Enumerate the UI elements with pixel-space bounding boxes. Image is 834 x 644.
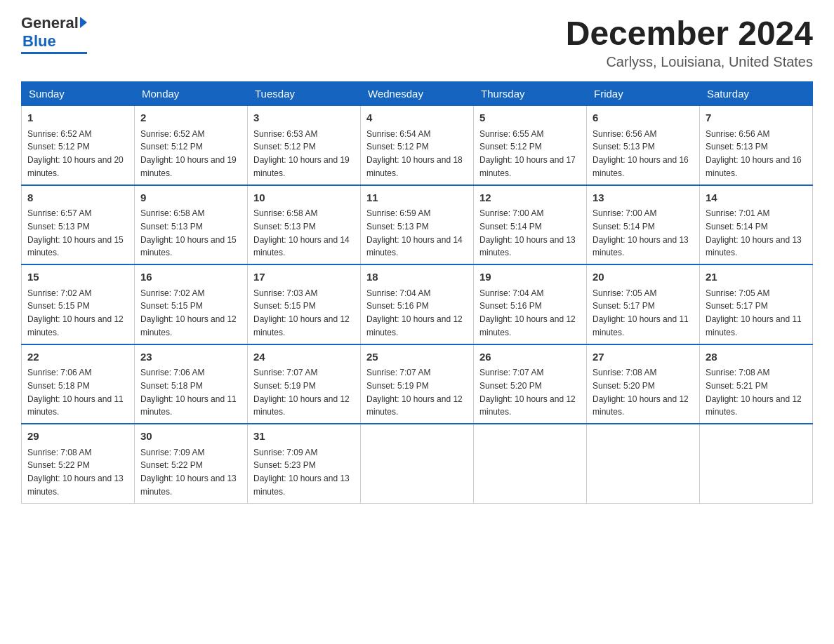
day-info: Sunrise: 6:58 AMSunset: 5:13 PMDaylight:… xyxy=(140,208,237,257)
day-info: Sunrise: 7:02 AMSunset: 5:15 PMDaylight:… xyxy=(27,288,124,337)
calendar-cell: 13Sunrise: 7:00 AMSunset: 5:14 PMDayligh… xyxy=(587,185,700,265)
day-number: 24 xyxy=(253,349,355,365)
day-number: 3 xyxy=(253,110,355,126)
day-number: 10 xyxy=(253,190,355,206)
calendar-cell: 27Sunrise: 7:08 AMSunset: 5:20 PMDayligh… xyxy=(587,344,700,424)
calendar-cell: 6Sunrise: 6:56 AMSunset: 5:13 PMDaylight… xyxy=(587,106,700,185)
calendar-cell: 24Sunrise: 7:07 AMSunset: 5:19 PMDayligh… xyxy=(248,344,361,424)
month-year-title: December 2024 xyxy=(566,14,813,53)
day-info: Sunrise: 7:04 AMSunset: 5:16 PMDaylight:… xyxy=(479,288,576,337)
header-wednesday: Wednesday xyxy=(361,82,474,106)
day-number: 2 xyxy=(140,110,241,126)
calendar-cell: 1Sunrise: 6:52 AMSunset: 5:12 PMDaylight… xyxy=(22,106,135,185)
day-number: 11 xyxy=(366,190,468,206)
calendar-week-row: 15Sunrise: 7:02 AMSunset: 5:15 PMDayligh… xyxy=(22,264,813,344)
logo-general-text: General xyxy=(21,14,79,32)
calendar-cell: 8Sunrise: 6:57 AMSunset: 5:13 PMDaylight… xyxy=(22,185,135,265)
calendar-cell: 14Sunrise: 7:01 AMSunset: 5:14 PMDayligh… xyxy=(700,185,813,265)
calendar-cell: 31Sunrise: 7:09 AMSunset: 5:23 PMDayligh… xyxy=(248,424,361,503)
calendar-cell: 7Sunrise: 6:56 AMSunset: 5:13 PMDaylight… xyxy=(700,106,813,185)
day-number: 16 xyxy=(140,269,241,286)
day-number: 1 xyxy=(27,110,128,126)
calendar-cell xyxy=(587,424,700,503)
calendar-week-row: 1Sunrise: 6:52 AMSunset: 5:12 PMDaylight… xyxy=(22,106,813,185)
day-number: 27 xyxy=(593,349,694,365)
day-info: Sunrise: 7:07 AMSunset: 5:19 PMDaylight:… xyxy=(366,368,463,417)
calendar-cell: 21Sunrise: 7:05 AMSunset: 5:17 PMDayligh… xyxy=(700,264,813,344)
day-number: 7 xyxy=(706,110,807,126)
day-number: 31 xyxy=(253,429,355,445)
day-number: 13 xyxy=(593,190,694,206)
location-subtitle: Carlyss, Louisiana, United States xyxy=(566,54,813,70)
calendar-cell: 16Sunrise: 7:02 AMSunset: 5:15 PMDayligh… xyxy=(135,264,248,344)
calendar-cell: 22Sunrise: 7:06 AMSunset: 5:18 PMDayligh… xyxy=(22,344,135,424)
day-info: Sunrise: 7:03 AMSunset: 5:15 PMDaylight:… xyxy=(253,288,350,337)
day-info: Sunrise: 7:04 AMSunset: 5:16 PMDaylight:… xyxy=(366,288,463,337)
day-number: 28 xyxy=(706,349,807,365)
calendar-header-row: SundayMondayTuesdayWednesdayThursdayFrid… xyxy=(22,82,813,106)
calendar-week-row: 8Sunrise: 6:57 AMSunset: 5:13 PMDaylight… xyxy=(22,185,813,265)
calendar-cell: 20Sunrise: 7:05 AMSunset: 5:17 PMDayligh… xyxy=(587,264,700,344)
calendar-cell: 15Sunrise: 7:02 AMSunset: 5:15 PMDayligh… xyxy=(22,264,135,344)
day-info: Sunrise: 7:05 AMSunset: 5:17 PMDaylight:… xyxy=(706,288,802,337)
day-info: Sunrise: 7:08 AMSunset: 5:21 PMDaylight:… xyxy=(706,368,802,417)
day-info: Sunrise: 7:08 AMSunset: 5:20 PMDaylight:… xyxy=(593,368,689,417)
day-number: 23 xyxy=(140,349,241,365)
day-info: Sunrise: 6:57 AMSunset: 5:13 PMDaylight:… xyxy=(27,208,124,257)
day-info: Sunrise: 6:56 AMSunset: 5:13 PMDaylight:… xyxy=(593,129,689,178)
day-info: Sunrise: 7:00 AMSunset: 5:14 PMDaylight:… xyxy=(479,208,576,257)
calendar-cell: 12Sunrise: 7:00 AMSunset: 5:14 PMDayligh… xyxy=(474,185,587,265)
calendar-cell xyxy=(700,424,813,503)
day-info: Sunrise: 6:52 AMSunset: 5:12 PMDaylight:… xyxy=(140,129,237,178)
day-info: Sunrise: 6:52 AMSunset: 5:12 PMDaylight:… xyxy=(27,129,124,178)
day-info: Sunrise: 7:01 AMSunset: 5:14 PMDaylight:… xyxy=(706,208,802,257)
day-number: 9 xyxy=(140,190,241,206)
calendar-cell: 10Sunrise: 6:58 AMSunset: 5:13 PMDayligh… xyxy=(248,185,361,265)
day-info: Sunrise: 6:55 AMSunset: 5:12 PMDaylight:… xyxy=(479,129,576,178)
day-number: 21 xyxy=(706,269,807,286)
calendar-cell: 28Sunrise: 7:08 AMSunset: 5:21 PMDayligh… xyxy=(700,344,813,424)
day-info: Sunrise: 7:06 AMSunset: 5:18 PMDaylight:… xyxy=(140,368,237,417)
calendar-cell: 19Sunrise: 7:04 AMSunset: 5:16 PMDayligh… xyxy=(474,264,587,344)
day-number: 30 xyxy=(140,429,241,445)
calendar-week-row: 29Sunrise: 7:08 AMSunset: 5:22 PMDayligh… xyxy=(22,424,813,503)
day-info: Sunrise: 7:05 AMSunset: 5:17 PMDaylight:… xyxy=(593,288,689,337)
day-number: 26 xyxy=(479,349,581,365)
header-friday: Friday xyxy=(587,82,700,106)
day-number: 17 xyxy=(253,269,355,286)
calendar-cell: 18Sunrise: 7:04 AMSunset: 5:16 PMDayligh… xyxy=(361,264,474,344)
calendar-week-row: 22Sunrise: 7:06 AMSunset: 5:18 PMDayligh… xyxy=(22,344,813,424)
calendar-cell: 9Sunrise: 6:58 AMSunset: 5:13 PMDaylight… xyxy=(135,185,248,265)
day-number: 25 xyxy=(366,349,468,365)
logo-underline xyxy=(21,52,87,54)
calendar-cell: 29Sunrise: 7:08 AMSunset: 5:22 PMDayligh… xyxy=(22,424,135,503)
header-monday: Monday xyxy=(135,82,248,106)
header-saturday: Saturday xyxy=(700,82,813,106)
title-area: December 2024 Carlyss, Louisiana, United… xyxy=(566,14,813,70)
page-header: General Blue December 2024 Carlyss, Loui… xyxy=(21,14,813,70)
logo: General Blue xyxy=(21,14,87,54)
day-info: Sunrise: 7:00 AMSunset: 5:14 PMDaylight:… xyxy=(593,208,689,257)
day-number: 15 xyxy=(27,269,128,286)
header-sunday: Sunday xyxy=(22,82,135,106)
calendar-cell xyxy=(361,424,474,503)
header-tuesday: Tuesday xyxy=(248,82,361,106)
calendar-cell: 5Sunrise: 6:55 AMSunset: 5:12 PMDaylight… xyxy=(474,106,587,185)
day-number: 4 xyxy=(366,110,468,126)
day-number: 12 xyxy=(479,190,581,206)
day-info: Sunrise: 7:02 AMSunset: 5:15 PMDaylight:… xyxy=(140,288,237,337)
day-number: 14 xyxy=(706,190,807,206)
day-number: 5 xyxy=(479,110,581,126)
calendar-table: SundayMondayTuesdayWednesdayThursdayFrid… xyxy=(21,81,813,504)
day-info: Sunrise: 7:07 AMSunset: 5:19 PMDaylight:… xyxy=(253,368,350,417)
calendar-cell: 2Sunrise: 6:52 AMSunset: 5:12 PMDaylight… xyxy=(135,106,248,185)
calendar-cell: 25Sunrise: 7:07 AMSunset: 5:19 PMDayligh… xyxy=(361,344,474,424)
day-info: Sunrise: 7:08 AMSunset: 5:22 PMDaylight:… xyxy=(27,448,124,497)
day-number: 18 xyxy=(366,269,468,286)
day-info: Sunrise: 7:07 AMSunset: 5:20 PMDaylight:… xyxy=(479,368,576,417)
calendar-cell: 30Sunrise: 7:09 AMSunset: 5:22 PMDayligh… xyxy=(135,424,248,503)
calendar-cell: 4Sunrise: 6:54 AMSunset: 5:12 PMDaylight… xyxy=(361,106,474,185)
calendar-cell xyxy=(474,424,587,503)
calendar-cell: 3Sunrise: 6:53 AMSunset: 5:12 PMDaylight… xyxy=(248,106,361,185)
day-number: 8 xyxy=(27,190,128,206)
